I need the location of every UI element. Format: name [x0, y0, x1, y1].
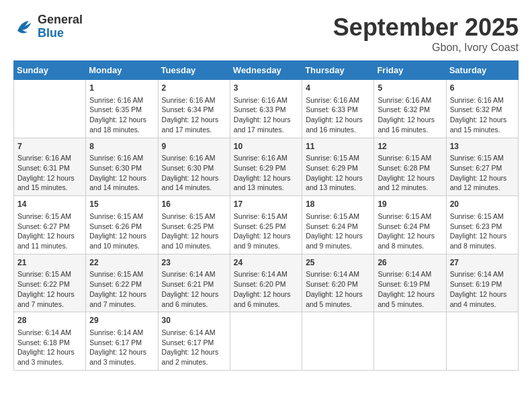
day-number: 27 — [450, 257, 515, 269]
cell-info-line: and 12 minutes. — [450, 183, 515, 193]
cell-info-line: and 13 minutes. — [234, 183, 298, 193]
calendar-week-row: 21Sunrise: 6:15 AMSunset: 6:22 PMDayligh… — [14, 254, 519, 312]
calendar-cell: 7Sunrise: 6:16 AMSunset: 6:31 PMDaylight… — [14, 138, 86, 196]
calendar-cell: 21Sunrise: 6:15 AMSunset: 6:22 PMDayligh… — [14, 254, 86, 312]
weekday-header: Saturday — [446, 61, 518, 80]
day-number: 25 — [306, 257, 370, 269]
cell-info-line: Sunset: 6:20 PM — [306, 279, 370, 289]
cell-info-line: Daylight: 12 hours — [17, 289, 82, 300]
cell-info-line: Daylight: 12 hours — [89, 289, 154, 300]
cell-info-line: and 8 minutes. — [378, 241, 442, 251]
cell-info-line: Sunrise: 6:16 AM — [162, 95, 226, 105]
calendar-cell: 18Sunrise: 6:15 AMSunset: 6:24 PMDayligh… — [302, 196, 374, 255]
day-number: 16 — [162, 199, 226, 210]
logo-blue-text: Blue — [38, 26, 64, 40]
cell-info-line: and 15 minutes. — [450, 125, 515, 135]
cell-info-line: Daylight: 12 hours — [162, 115, 226, 125]
calendar-cell: 11Sunrise: 6:15 AMSunset: 6:29 PMDayligh… — [302, 138, 374, 196]
cell-info-line: Sunset: 6:26 PM — [89, 222, 154, 232]
cell-info-line: Sunset: 6:35 PM — [89, 105, 154, 115]
calendar-cell: 9Sunrise: 6:16 AMSunset: 6:30 PMDaylight… — [158, 138, 230, 196]
weekday-header: Sunday — [14, 61, 86, 80]
calendar-cell: 14Sunrise: 6:15 AMSunset: 6:27 PMDayligh… — [14, 196, 86, 255]
cell-info-line: Daylight: 12 hours — [378, 231, 442, 241]
cell-info-line: Sunset: 6:24 PM — [378, 222, 442, 232]
day-number: 17 — [234, 199, 298, 210]
day-number: 29 — [89, 315, 154, 326]
cell-info-line: and 13 minutes. — [306, 183, 370, 193]
calendar-cell: 26Sunrise: 6:14 AMSunset: 6:19 PMDayligh… — [374, 254, 446, 312]
calendar-cell: 29Sunrise: 6:14 AMSunset: 6:17 PMDayligh… — [86, 312, 158, 371]
cell-info-line: and 17 minutes. — [234, 125, 298, 135]
calendar-cell: 19Sunrise: 6:15 AMSunset: 6:24 PMDayligh… — [374, 196, 446, 255]
location-subtitle: Gbon, Ivory Coast — [333, 42, 519, 54]
cell-info-line: Sunrise: 6:15 AM — [89, 212, 154, 222]
day-number: 28 — [17, 315, 82, 326]
cell-info-line: Sunset: 6:31 PM — [17, 163, 82, 173]
day-number: 4 — [306, 83, 370, 94]
cell-info-line: and 7 minutes. — [17, 300, 82, 310]
cell-info-line: and 3 minutes. — [17, 357, 82, 367]
calendar-week-row: 14Sunrise: 6:15 AMSunset: 6:27 PMDayligh… — [14, 196, 519, 255]
calendar-cell — [374, 312, 446, 371]
cell-info-line: Sunset: 6:28 PM — [378, 163, 442, 173]
day-number: 30 — [162, 315, 226, 326]
cell-info-line: Sunset: 6:22 PM — [89, 279, 154, 289]
cell-info-line: and 16 minutes. — [378, 125, 442, 135]
cell-info-line: and 6 minutes. — [234, 300, 298, 310]
cell-info-line: Sunset: 6:33 PM — [306, 105, 370, 115]
weekday-header: Wednesday — [230, 61, 302, 80]
day-number: 10 — [234, 141, 298, 152]
cell-info-line: Daylight: 12 hours — [306, 231, 370, 241]
weekday-header: Monday — [86, 61, 158, 80]
cell-info-line: Daylight: 12 hours — [378, 289, 442, 300]
cell-info-line: Daylight: 12 hours — [89, 115, 154, 125]
cell-info-line: Sunrise: 6:16 AM — [450, 95, 515, 105]
cell-info-line: Sunset: 6:29 PM — [234, 163, 298, 173]
day-number: 21 — [17, 257, 82, 269]
cell-info-line: Daylight: 12 hours — [234, 115, 298, 125]
cell-info-line: Daylight: 12 hours — [162, 347, 226, 357]
cell-info-line: and 2 minutes. — [162, 357, 226, 367]
cell-info-line: Sunset: 6:17 PM — [162, 338, 226, 348]
weekday-header: Tuesday — [158, 61, 230, 80]
cell-info-line: Daylight: 12 hours — [162, 289, 226, 300]
calendar-cell: 27Sunrise: 6:14 AMSunset: 6:19 PMDayligh… — [446, 254, 518, 312]
page-header: General Blue September 2025 Gbon, Ivory … — [13, 13, 519, 54]
calendar-cell: 13Sunrise: 6:15 AMSunset: 6:27 PMDayligh… — [446, 138, 518, 196]
day-number: 24 — [234, 257, 298, 269]
calendar-cell: 20Sunrise: 6:15 AMSunset: 6:23 PMDayligh… — [446, 196, 518, 255]
day-number: 20 — [450, 199, 515, 210]
calendar-cell: 12Sunrise: 6:15 AMSunset: 6:28 PMDayligh… — [374, 138, 446, 196]
cell-info-line: Daylight: 12 hours — [378, 115, 442, 125]
calendar-week-row: 1Sunrise: 6:16 AMSunset: 6:35 PMDaylight… — [14, 80, 519, 138]
cell-info-line: Sunset: 6:18 PM — [17, 338, 82, 348]
day-number: 8 — [89, 141, 154, 152]
cell-info-line: Sunrise: 6:15 AM — [378, 153, 442, 163]
day-number: 5 — [378, 83, 442, 94]
day-number: 1 — [89, 83, 154, 94]
cell-info-line: Daylight: 12 hours — [378, 173, 442, 183]
cell-info-line: Sunrise: 6:16 AM — [234, 153, 298, 163]
cell-info-line: Daylight: 12 hours — [234, 231, 298, 241]
cell-info-line: Sunset: 6:20 PM — [234, 279, 298, 289]
day-number: 7 — [17, 141, 82, 152]
cell-info-line: and 17 minutes. — [162, 125, 226, 135]
weekday-header: Thursday — [302, 61, 374, 80]
day-number: 26 — [378, 257, 442, 269]
calendar-cell: 1Sunrise: 6:16 AMSunset: 6:35 PMDaylight… — [86, 80, 158, 138]
cell-info-line: and 14 minutes. — [89, 183, 154, 193]
cell-info-line: Sunset: 6:30 PM — [162, 163, 226, 173]
cell-info-line: and 16 minutes. — [306, 125, 370, 135]
cell-info-line: Sunrise: 6:14 AM — [306, 269, 370, 279]
logo-bird-icon — [13, 17, 34, 37]
cell-info-line: and 4 minutes. — [450, 300, 515, 310]
cell-info-line: Daylight: 12 hours — [89, 347, 154, 357]
logo: General Blue — [13, 13, 83, 40]
cell-info-line: and 10 minutes. — [162, 241, 226, 251]
cell-info-line: and 7 minutes. — [89, 300, 154, 310]
day-number: 19 — [378, 199, 442, 210]
cell-info-line: Sunset: 6:32 PM — [378, 105, 442, 115]
cell-info-line: and 11 minutes. — [17, 241, 82, 251]
calendar-cell: 17Sunrise: 6:15 AMSunset: 6:25 PMDayligh… — [230, 196, 302, 255]
